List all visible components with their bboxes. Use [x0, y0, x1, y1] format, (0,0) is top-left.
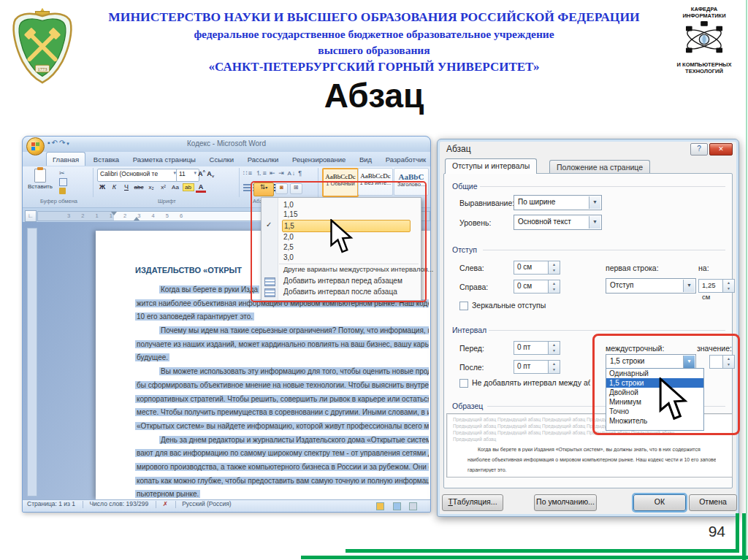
tab-indents-spacing[interactable]: Отступы и интервалы — [445, 158, 537, 174]
combo-arrow-icon[interactable]: ▼ — [589, 216, 600, 229]
by-field[interactable]: 1,25 см ▲▼ — [698, 279, 723, 293]
by-label: на: — [698, 264, 709, 272]
page-number: 94 — [683, 523, 725, 540]
group-preview-label: Образец — [452, 402, 483, 410]
doc-line: «Открытых систем» вы найдете информацию,… — [135, 420, 429, 434]
numbering-icon[interactable]: ⒈≡ — [256, 169, 267, 177]
bold-button[interactable]: Ж — [97, 183, 107, 191]
tab-recenzirovanie[interactable]: Рецензирование — [286, 153, 351, 166]
font-color-button[interactable]: А — [196, 183, 206, 193]
default-button[interactable]: По умолчанию... — [534, 494, 597, 511]
paste-clipboard-icon — [34, 169, 46, 183]
font-size-combo[interactable]: ▾11 — [176, 169, 199, 182]
no-space-label: Не добавлять интервал между абзаца — [472, 378, 590, 387]
tab-selector-button[interactable]: ∟ — [25, 210, 37, 222]
tabulation-label: Табуляция... — [453, 497, 497, 506]
vertical-ruler[interactable] — [27, 228, 37, 496]
after-field[interactable]: 0 пт ▲▼ — [514, 360, 549, 374]
underline-button[interactable]: Ч — [121, 183, 131, 191]
paste-button[interactable]: Вставить — [27, 168, 53, 196]
close-button[interactable]: ✕ — [709, 143, 733, 156]
fullscreen-view-icon[interactable] — [393, 502, 401, 510]
group-spacing-label: Интервал — [452, 326, 486, 334]
preview-black-line: гарантирует это. — [468, 467, 716, 472]
green-inner-horizontal — [346, 549, 739, 553]
outdent-icon[interactable]: ⇤ — [270, 169, 276, 177]
font-format-row: Ж К Ч abc x₂ x² Аа ab А — [97, 183, 206, 193]
ministry-line1: МИНИСТЕРСТВО НАУКИ И ВЫСШЕГО ОБРАЗОВАНИЯ… — [84, 7, 664, 26]
format-painter-icon[interactable] — [59, 188, 66, 194]
preview-black-line: Когда вы берете в руки Издания «Открытых… — [468, 447, 716, 452]
tab-razmetka[interactable]: Разметка страницы — [127, 153, 202, 166]
superscript-button[interactable]: x² — [158, 184, 168, 191]
font-name-combo[interactable]: ▾Calibri (Основной те — [97, 169, 179, 182]
highlight-color-button[interactable]: ab — [183, 183, 194, 191]
tab-ssylki[interactable]: Ссылки — [204, 153, 240, 166]
first-line-combo[interactable]: Отступ ▼ — [606, 278, 696, 294]
doc-line: Вы можете использовать эту информацию дл… — [135, 365, 429, 379]
font-group-label: Шрифт — [158, 198, 176, 204]
ministry-line3: высшего образования — [84, 42, 664, 58]
slide: 1773 МИНИСТЕРСТВО НАУКИ И ВЫСШЕГО ОБРАЗО… — [0, 0, 748, 560]
cut-icon[interactable]: ✂ — [59, 169, 65, 177]
indent-icon[interactable]: ⇥ — [278, 169, 285, 177]
hanging-indent-marker[interactable] — [111, 212, 117, 215]
dept-line1: КАФЕДРА — [666, 6, 742, 12]
tab-vid[interactable]: Вид — [354, 153, 378, 166]
first-line-label: первая строка: — [606, 264, 659, 272]
combo-arrow-icon[interactable]: ▼ — [589, 196, 600, 209]
paragraph-dialog: Абзац ? ✕ Отступы и интервалы Положение … — [437, 139, 739, 517]
doc-line: День за днем редакторы и журналисты Изда… — [135, 434, 429, 448]
tab-vstavka[interactable]: Вставка — [88, 153, 125, 166]
doc-line: бы сформировать объективное мнение на но… — [135, 379, 429, 393]
doc-line: вают для вас информацию по самому широко… — [135, 447, 429, 461]
help-icon: ? — [697, 145, 701, 153]
spinner-icons[interactable]: ▲▼ — [722, 279, 735, 293]
first-line-indent-marker[interactable] — [134, 217, 140, 220]
spinner-icons[interactable]: ▲▼ — [548, 280, 560, 294]
doc-line: 10 его заповедей гарантирует это. — [135, 310, 429, 324]
preview-grey-line: Предыдущий абзац — [453, 437, 726, 442]
no-space-checkbox[interactable] — [459, 379, 468, 388]
combo-arrow-icon[interactable]: ▼ — [683, 280, 695, 292]
strikethrough-button[interactable]: abc — [134, 184, 145, 191]
web-layout-icon[interactable] — [409, 502, 417, 510]
university-emblem: 1773 — [7, 4, 77, 86]
doc-line: получаете из наших изданий, может кардин… — [135, 338, 429, 352]
spinner-icons[interactable]: ▲▼ — [548, 360, 560, 374]
pilcrow-icon[interactable]: ¶ — [298, 169, 302, 177]
before-label: Перед: — [459, 344, 484, 353]
tab-rassylki[interactable]: Рассылки — [242, 153, 285, 166]
spinner-icons[interactable]: ▲▼ — [548, 261, 560, 275]
cancel-button[interactable]: Отмена — [689, 494, 737, 511]
bullets-icon[interactable]: ∷≡ — [243, 169, 253, 177]
office-button[interactable] — [26, 137, 45, 156]
subscript-button[interactable]: x₂ — [146, 184, 156, 191]
ministry-line2: федеральное государственное бюджетное об… — [84, 26, 664, 42]
change-case-button[interactable]: Аа — [170, 184, 180, 191]
indent-left-field[interactable]: 0 см ▲▼ — [514, 261, 549, 275]
before-field[interactable]: 0 пт ▲▼ — [514, 341, 549, 355]
sort-icon[interactable]: А↓ — [287, 170, 295, 177]
spinner-icons[interactable]: ▲▼ — [548, 341, 560, 355]
grow-shrink-font-buttons[interactable]: A˄ A˅ — [198, 169, 214, 179]
ok-button[interactable]: ОК — [633, 494, 686, 511]
tabulation-button[interactable]: ТТабуляция...Табуляция... — [442, 494, 503, 511]
word-titlebar[interactable]: ▪↶↷▾ Кодекс - Microsoft Word — [23, 137, 430, 152]
status-page[interactable]: Страница: 1 из 1 — [27, 500, 75, 507]
italic-button[interactable]: К — [110, 183, 120, 191]
help-button[interactable]: ? — [690, 143, 708, 156]
copy-icon[interactable] — [59, 178, 67, 186]
page-title: Абзац — [0, 76, 748, 115]
ministry-line4: «САНКТ-ПЕТЕРБУРГСКИЙ ГОРНЫЙ УНИВЕРСИТЕТ» — [84, 58, 664, 76]
tab-razrabotchik[interactable]: Разработчик — [380, 153, 431, 166]
tab-glavnaya[interactable]: Главная — [46, 152, 85, 166]
print-layout-icon[interactable] — [376, 502, 384, 510]
doc-line: мирового производства, а также компьютер… — [135, 461, 429, 475]
indent-right-field[interactable]: 0 см ▲▼ — [514, 280, 549, 294]
ribbon-tabs: Главная Вставка Разметка страницы Ссылки… — [23, 152, 430, 167]
alignment-combo[interactable]: По ширине ▼ — [514, 195, 602, 210]
mirror-indents-checkbox[interactable] — [459, 302, 468, 310]
green-inner-vertical — [736, 513, 739, 553]
level-combo[interactable]: Основной текст ▼ — [514, 215, 602, 230]
